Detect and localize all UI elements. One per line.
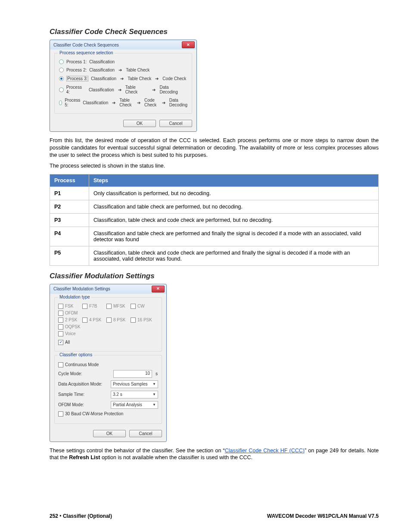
cancel-button[interactable]: Cancel bbox=[129, 430, 162, 437]
mod-4psk-checkbox[interactable]: 4 PSK bbox=[82, 317, 102, 323]
mod-16psk-checkbox[interactable]: 16 PSK bbox=[131, 317, 152, 323]
process-label: Process 4: bbox=[66, 85, 86, 94]
paragraph: From this list, the desired mode of oper… bbox=[50, 137, 379, 159]
radio-icon bbox=[59, 59, 64, 64]
groupbox-legend: Modulation type bbox=[58, 295, 91, 299]
data-acq-label: Data Acquisition Mode: bbox=[58, 382, 107, 386]
table-row: P5Classification, table check and code c… bbox=[50, 246, 379, 265]
process-label: Process 3: bbox=[66, 76, 88, 81]
cancel-button[interactable]: Cancel bbox=[159, 120, 192, 127]
section-heading-2: Classifier Modulation Settings bbox=[50, 272, 379, 280]
mod-2psk-checkbox[interactable]: 2 PSK bbox=[58, 317, 78, 323]
table-row: P3Classification, table check and code c… bbox=[50, 213, 379, 227]
footer-section: Classifier (Optional) bbox=[63, 513, 112, 519]
process-step: Classification bbox=[89, 87, 114, 92]
process-step: Code Check bbox=[162, 76, 186, 81]
arrow-icon: ➔ bbox=[118, 87, 121, 92]
table-header-steps: Steps bbox=[89, 174, 379, 187]
checkbox-icon bbox=[58, 317, 63, 323]
paragraph: The process selected is shown in the sta… bbox=[50, 162, 379, 170]
ok-button[interactable]: OK bbox=[123, 120, 156, 127]
mod-voice-checkbox[interactable]: Voice bbox=[58, 331, 78, 336]
process-step: Classification bbox=[83, 100, 108, 105]
process-step: Table Check bbox=[126, 68, 149, 72]
dialog-titlebar: Classifier Code Check Sequences ✕ bbox=[50, 40, 196, 50]
chevron-down-icon: ▼ bbox=[153, 382, 156, 386]
sample-time-dropdown[interactable]: 3.2 s▼ bbox=[111, 391, 158, 398]
mod-fsk-checkbox[interactable]: FSK bbox=[58, 304, 78, 309]
process-step: Table Check bbox=[128, 76, 151, 81]
continuous-mode-checkbox[interactable]: Continuous Mode bbox=[58, 362, 99, 367]
process-step: Data Decoding bbox=[169, 98, 187, 107]
process-step: Table Check bbox=[125, 85, 149, 94]
groupbox-legend: Process sequence selection bbox=[58, 50, 115, 55]
arrow-icon: ➔ bbox=[112, 100, 115, 105]
process-step: Data Decoding bbox=[159, 85, 187, 94]
page-footer: 252 • Classifier (Optional) WAVECOM Deco… bbox=[50, 509, 379, 519]
checkbox-icon bbox=[82, 317, 87, 323]
data-acq-dropdown[interactable]: Previous Samples▼ bbox=[111, 380, 158, 388]
groupbox-legend: Classifier options bbox=[58, 352, 93, 357]
process-step: Classification bbox=[89, 59, 115, 64]
chevron-down-icon: ▼ bbox=[153, 403, 156, 407]
process-step: Table Check bbox=[119, 98, 133, 107]
checkbox-icon bbox=[58, 362, 63, 367]
morse-protection-checkbox[interactable]: 30 Baud CW-Morse Protection bbox=[58, 411, 123, 417]
footer-page-number: 252 bbox=[50, 513, 58, 519]
ccc-hf-link[interactable]: Classifier Code Check HF (CCC) bbox=[225, 448, 305, 454]
table-row: P4Classification and table check are per… bbox=[50, 227, 379, 246]
process-step: Classification bbox=[91, 76, 116, 81]
arrow-icon: ➔ bbox=[162, 100, 165, 105]
ofdm-mode-dropdown[interactable]: Partial Analysis▼ bbox=[111, 401, 158, 409]
table-row: P1Only classification is performed, but … bbox=[50, 187, 379, 200]
close-icon[interactable]: ✕ bbox=[152, 286, 165, 292]
process-4-row[interactable]: Process 4: Classification ➔ Table Check … bbox=[58, 83, 188, 96]
section-heading-1: Classifier Code Check Sequences bbox=[50, 28, 379, 36]
checkbox-icon bbox=[58, 411, 63, 417]
arrow-icon: ➔ bbox=[120, 76, 124, 81]
mod-oqpsk-checkbox[interactable]: OQPSK bbox=[58, 324, 81, 330]
mod-8psk-checkbox[interactable]: 8 PSK bbox=[106, 317, 126, 323]
modulation-settings-dialog: Classifier Modulation Settings ✕ Modulat… bbox=[50, 284, 167, 442]
modulation-type-group: Modulation type FSK F7B MFSK CW OFDM 2 P… bbox=[54, 297, 162, 352]
footer-manual-title: WAVECOM Decoder W61PC/LAN Manual V7.5 bbox=[267, 513, 379, 519]
footer-separator: • bbox=[58, 513, 63, 519]
classifier-options-group: Classifier options Continuous Mode Cycle… bbox=[54, 355, 162, 424]
process-label: Process 1: bbox=[66, 59, 87, 64]
arrow-icon: ➔ bbox=[137, 100, 140, 105]
checkbox-icon bbox=[58, 311, 63, 316]
ccc-sequences-dialog: Classifier Code Check Sequences ✕ Proces… bbox=[50, 40, 197, 132]
checkbox-icon bbox=[106, 317, 112, 323]
ofdm-mode-label: OFDM Mode: bbox=[58, 402, 107, 407]
dialog-titlebar: Classifier Modulation Settings ✕ bbox=[50, 284, 166, 294]
checkbox-icon bbox=[58, 340, 63, 345]
table-row: P2Classification and table check are per… bbox=[50, 200, 379, 213]
mod-mfsk-checkbox[interactable]: MFSK bbox=[106, 304, 126, 309]
process-2-row[interactable]: Process 2: Classification ➔ Table Check bbox=[58, 66, 188, 74]
chevron-down-icon: ▼ bbox=[153, 392, 156, 396]
checkbox-icon bbox=[58, 324, 63, 330]
process-3-row[interactable]: Process 3: Classification ➔ Table Check … bbox=[58, 74, 188, 83]
mod-cw-checkbox[interactable]: CW bbox=[131, 304, 150, 309]
ok-button[interactable]: OK bbox=[93, 430, 126, 437]
process-label: Process 5: bbox=[65, 98, 80, 107]
checkbox-icon bbox=[82, 304, 87, 309]
process-label: Process 2: bbox=[66, 68, 87, 72]
refresh-list-term: Refresh List bbox=[69, 454, 100, 460]
arrow-icon: ➔ bbox=[118, 68, 122, 72]
process-5-row[interactable]: Process 5: Classification ➔ Table Check … bbox=[58, 96, 188, 109]
sample-time-label: Sample Time: bbox=[58, 392, 107, 397]
arrow-icon: ➔ bbox=[152, 87, 156, 92]
checkbox-icon bbox=[58, 331, 63, 336]
cycle-mode-input[interactable]: 10 bbox=[113, 370, 152, 378]
mod-f7b-checkbox[interactable]: F7B bbox=[82, 304, 102, 309]
paragraph: These settings control the behavior of t… bbox=[50, 447, 379, 462]
table-header-process: Process bbox=[50, 174, 89, 187]
mod-ofdm-checkbox[interactable]: OFDM bbox=[58, 311, 78, 316]
radio-icon bbox=[59, 87, 64, 92]
process-step: Classification bbox=[89, 68, 115, 72]
close-icon[interactable]: ✕ bbox=[182, 41, 195, 48]
radio-icon bbox=[59, 76, 64, 81]
process-1-row[interactable]: Process 1: Classification bbox=[58, 58, 188, 66]
mod-all-checkbox[interactable]: All bbox=[58, 340, 78, 345]
